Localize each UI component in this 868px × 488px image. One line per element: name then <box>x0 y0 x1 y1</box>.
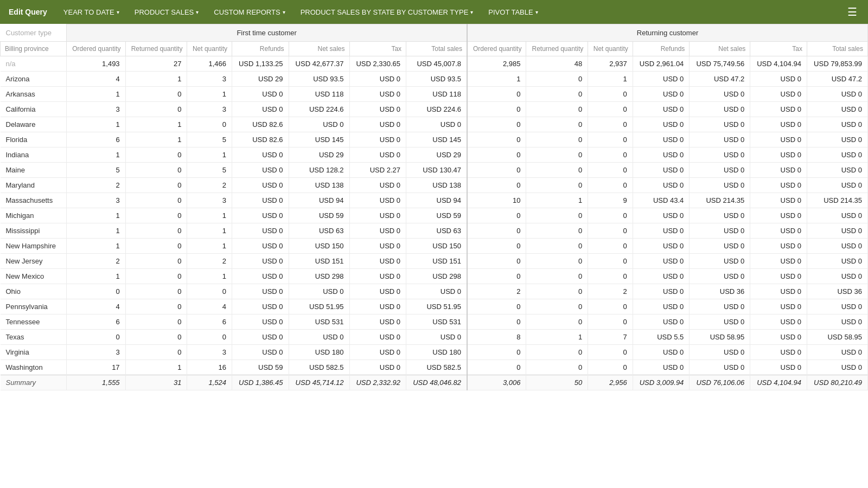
ft-ref-cell: USD 0 <box>232 299 289 314</box>
rc-rq-cell: 48 <box>526 56 588 72</box>
ft-ref-cell: USD 82.6 <box>232 132 289 147</box>
ft-rq-cell: 0 <box>125 223 187 239</box>
rc-ns-cell: USD 47.2 <box>690 72 750 87</box>
nav-item-product-sales-state[interactable]: PRODUCT SALES BY STATE BY CUSTOMER TYPE … <box>293 0 481 24</box>
ft-oq-cell: 2 <box>67 178 125 193</box>
ft-nq-cell: 0 <box>187 284 232 299</box>
ft-nq-cell: 16 <box>187 360 232 375</box>
rc-tax-cell: USD 0 <box>750 330 807 345</box>
nav-item-year-to-date[interactable]: YEAR TO DATE ▾ <box>56 0 127 24</box>
ft-ns-cell: USD 582.5 <box>289 360 349 375</box>
rc-ref-cell: USD 0 <box>633 208 690 223</box>
rc-nq-cell: 0 <box>588 314 633 330</box>
chevron-down-icon: ▾ <box>535 9 538 15</box>
rc-nq-cell: 0 <box>588 239 633 254</box>
rc-ref-cell: USD 0 <box>633 178 690 193</box>
rc-nq-cell: 0 <box>588 163 633 178</box>
rc-ns-cell: USD 58.95 <box>690 330 750 345</box>
chevron-down-icon: ▾ <box>283 9 285 15</box>
rc-oq-cell: 1 <box>467 72 526 87</box>
nav-item-product-sales[interactable]: PRODUCT SALES ▾ <box>127 0 207 24</box>
rc-ref-cell: USD 0 <box>633 254 690 269</box>
rc-ref-cell: USD 0 <box>633 269 690 284</box>
rc-ts-cell: USD 58.95 <box>807 330 867 345</box>
ft-ref-cell: USD 0 <box>232 178 289 193</box>
rc-ns-cell: USD 0 <box>690 254 750 269</box>
hamburger-menu-icon[interactable]: ☰ <box>843 5 861 18</box>
rc-ns-cell: USD 0 <box>690 147 750 163</box>
table-row: Virginia 3 0 3 USD 0 USD 180 USD 0 USD 1… <box>1 345 868 360</box>
summary-rc-ns: USD 76,106.06 <box>690 375 750 390</box>
state-name-cell: New Mexico <box>1 269 67 284</box>
table-row: New Hampshire 1 0 1 USD 0 USD 150 USD 0 … <box>1 239 868 254</box>
ft-rq-cell: 0 <box>125 147 187 163</box>
rc-ref-cell: USD 0 <box>633 132 690 147</box>
rc-ns-cell: USD 0 <box>690 345 750 360</box>
ft-tax-cell: USD 0 <box>349 208 406 223</box>
rc-nq-cell: 0 <box>588 102 633 117</box>
edit-query-button[interactable]: Edit Query <box>7 8 56 16</box>
ft-ts-cell: USD 138 <box>406 178 467 193</box>
rc-nq-cell: 0 <box>588 345 633 360</box>
state-name-cell: n/a <box>1 56 67 72</box>
ft-rq-cell: 0 <box>125 208 187 223</box>
state-name-cell: Washington <box>1 360 67 375</box>
table-body: n/a 1,493 27 1,466 USD 1,133.25 USD 42,6… <box>1 56 868 390</box>
ft-tax-cell: USD 0 <box>349 254 406 269</box>
rc-ns-cell: USD 0 <box>690 269 750 284</box>
rc-net-sales-header: Net sales <box>690 42 750 56</box>
ft-oq-cell: 1 <box>67 239 125 254</box>
rc-oq-cell: 0 <box>467 102 526 117</box>
ft-ts-cell: USD 151 <box>406 254 467 269</box>
ft-ts-cell: USD 59 <box>406 208 467 223</box>
state-name-cell: California <box>1 102 67 117</box>
nav-item-pivot-table[interactable]: PIVOT TABLE ▾ <box>481 0 545 24</box>
ft-ts-cell: USD 130.47 <box>406 163 467 178</box>
table-row: Indiana 1 0 1 USD 0 USD 29 USD 0 USD 29 … <box>1 147 868 163</box>
ft-nq-cell: 3 <box>187 102 232 117</box>
ft-nq-cell: 0 <box>187 330 232 345</box>
rc-ns-cell: USD 36 <box>690 284 750 299</box>
rc-oq-cell: 0 <box>467 314 526 330</box>
ft-ref-cell: USD 0 <box>232 87 289 102</box>
ft-rq-cell: 1 <box>125 72 187 87</box>
ft-oq-cell: 17 <box>67 360 125 375</box>
ft-tax-cell: USD 0 <box>349 193 406 208</box>
summary-rc-ref: USD 3,009.94 <box>633 375 690 390</box>
ft-ts-cell: USD 0 <box>406 330 467 345</box>
summary-ft-tax: USD 2,332.92 <box>349 375 406 390</box>
rc-rq-cell: 1 <box>526 330 588 345</box>
report-table-container: Customer type First time customer Return… <box>0 24 868 390</box>
summary-label-cell: Summary <box>1 375 67 390</box>
ft-ts-cell: USD 93.5 <box>406 72 467 87</box>
ft-rq-cell: 0 <box>125 163 187 178</box>
rc-nq-cell: 7 <box>588 330 633 345</box>
rc-nq-cell: 9 <box>588 193 633 208</box>
ft-nq-cell: 1,466 <box>187 56 232 72</box>
ft-ts-cell: USD 145 <box>406 132 467 147</box>
rc-oq-cell: 0 <box>467 239 526 254</box>
ft-rq-cell: 0 <box>125 345 187 360</box>
rc-oq-cell: 0 <box>467 132 526 147</box>
ft-tax-cell: USD 0 <box>349 87 406 102</box>
rc-ref-cell: USD 2,961.04 <box>633 56 690 72</box>
rc-ts-cell: USD 0 <box>807 345 867 360</box>
rc-oq-cell: 0 <box>467 269 526 284</box>
ft-ts-cell: USD 150 <box>406 239 467 254</box>
ft-oq-cell: 1 <box>67 223 125 239</box>
rc-total-sales-header: Total sales <box>807 42 867 56</box>
rc-ts-cell: USD 0 <box>807 132 867 147</box>
rc-ts-cell: USD 0 <box>807 254 867 269</box>
rc-ns-cell: USD 0 <box>690 178 750 193</box>
nav-item-custom-reports[interactable]: CUSTOM REPORTS ▾ <box>206 0 292 24</box>
state-name-cell: Maine <box>1 163 67 178</box>
summary-ft-oq: 1,555 <box>67 375 125 390</box>
ft-ref-cell: USD 0 <box>232 163 289 178</box>
table-row: Ohio 0 0 0 USD 0 USD 0 USD 0 USD 0 2 0 2… <box>1 284 868 299</box>
rc-rq-cell: 0 <box>526 239 588 254</box>
ft-net-qty-header: Net quantity <box>187 42 232 56</box>
ft-oq-cell: 3 <box>67 102 125 117</box>
rc-ts-cell: USD 47.2 <box>807 72 867 87</box>
rc-oq-cell: 0 <box>467 360 526 375</box>
chevron-down-icon: ▾ <box>470 9 473 15</box>
